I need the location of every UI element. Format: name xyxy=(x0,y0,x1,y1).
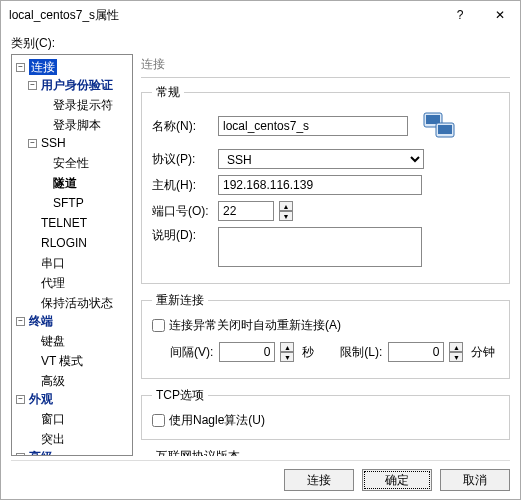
nagle-checkbox[interactable]: 使用Nagle算法(U) xyxy=(152,412,499,429)
tree-adv1[interactable]: 高级 xyxy=(26,373,67,389)
spin-down-icon[interactable]: ▼ xyxy=(449,352,463,362)
tree-sftp[interactable]: SFTP xyxy=(38,195,86,211)
tree-advanced[interactable]: −高级 xyxy=(14,449,55,456)
spin-up-icon[interactable]: ▲ xyxy=(279,201,293,211)
tree-serial[interactable]: 串口 xyxy=(26,255,67,271)
window-title: local_centos7_s属性 xyxy=(9,7,440,24)
limit-spinner[interactable]: ▲▼ xyxy=(449,342,463,362)
ipver-legend: 互联网协议版本 xyxy=(152,448,244,456)
interval-spinner[interactable]: ▲▼ xyxy=(280,342,294,362)
tcp-legend: TCP选项 xyxy=(152,387,208,404)
port-label: 端口号(O): xyxy=(152,203,212,220)
reconnect-group: 重新连接 连接异常关闭时自动重新连接(A) 间隔(V): ▲▼ 秒 限制(L):… xyxy=(141,292,510,379)
category-tree[interactable]: −连接 −用户身份验证 登录提示符 登录脚本 −SSH 安全性 隧道 xyxy=(11,54,133,456)
proto-label: 协议(P): xyxy=(152,151,212,168)
tree-window[interactable]: 窗口 xyxy=(26,411,67,427)
tree-tunnel[interactable]: 隧道 xyxy=(38,175,79,191)
spin-up-icon[interactable]: ▲ xyxy=(449,342,463,352)
collapse-icon[interactable]: − xyxy=(16,395,25,404)
category-label: 类别(C): xyxy=(11,35,510,52)
ipver-group: 互联网协议版本 自动 IPv4 IPv6 xyxy=(141,448,510,456)
port-spinner[interactable]: ▲▼ xyxy=(279,201,293,221)
tree-script[interactable]: 登录脚本 xyxy=(38,117,103,133)
panel-title: 连接 xyxy=(141,54,510,78)
interval-label: 间隔(V): xyxy=(170,344,213,361)
general-legend: 常规 xyxy=(152,84,184,101)
collapse-icon[interactable]: − xyxy=(28,139,37,148)
name-input[interactable] xyxy=(218,116,408,136)
limit-input[interactable] xyxy=(388,342,444,362)
tree-terminal[interactable]: −终端 xyxy=(14,313,55,329)
tree-appearance[interactable]: −外观 xyxy=(14,391,55,407)
tree-connection[interactable]: −连接 xyxy=(14,59,59,75)
auto-reconnect-checkbox[interactable]: 连接异常关闭时自动重新连接(A) xyxy=(152,317,499,334)
spin-down-icon[interactable]: ▼ xyxy=(280,352,294,362)
collapse-icon[interactable]: − xyxy=(16,63,25,72)
protocol-select[interactable]: SSH xyxy=(218,149,424,169)
tcp-group: TCP选项 使用Nagle算法(U) xyxy=(141,387,510,440)
collapse-icon[interactable]: − xyxy=(16,317,25,326)
titlebar: local_centos7_s属性 ? ✕ xyxy=(1,1,520,29)
collapse-icon[interactable]: − xyxy=(28,81,37,90)
spin-up-icon[interactable]: ▲ xyxy=(280,342,294,352)
limit-unit: 分钟 xyxy=(471,344,495,361)
port-input[interactable] xyxy=(218,201,274,221)
hosts-icon xyxy=(422,109,456,143)
interval-unit: 秒 xyxy=(302,344,314,361)
tree-telnet[interactable]: TELNET xyxy=(26,215,89,231)
tree-rlogin[interactable]: RLOGIN xyxy=(26,235,89,251)
tree-proxy[interactable]: 代理 xyxy=(26,275,67,291)
right-panel: 连接 常规 名称(N): 协议(P): SSH 主机(H): xyxy=(141,54,510,456)
ok-button[interactable]: 确定 xyxy=(362,469,432,491)
tree-auth[interactable]: −用户身份验证 xyxy=(26,77,115,93)
svg-rect-3 xyxy=(438,125,452,134)
close-button[interactable]: ✕ xyxy=(480,1,520,29)
description-input[interactable] xyxy=(218,227,422,267)
tree-ssh[interactable]: −SSH xyxy=(26,135,68,151)
limit-label: 限制(L): xyxy=(340,344,382,361)
general-group: 常规 名称(N): 协议(P): SSH 主机(H): xyxy=(141,84,510,284)
connect-button[interactable]: 连接 xyxy=(284,469,354,491)
tree-vt[interactable]: VT 模式 xyxy=(26,353,85,369)
reconnect-legend: 重新连接 xyxy=(152,292,208,309)
help-button[interactable]: ? xyxy=(440,1,480,29)
spin-down-icon[interactable]: ▼ xyxy=(279,211,293,221)
host-input[interactable] xyxy=(218,175,422,195)
dialog-footer: 连接 确定 取消 xyxy=(11,460,510,491)
host-label: 主机(H): xyxy=(152,177,212,194)
tree-keyboard[interactable]: 键盘 xyxy=(26,333,67,349)
name-label: 名称(N): xyxy=(152,118,212,135)
tree-keepalive[interactable]: 保持活动状态 xyxy=(26,295,115,311)
desc-label: 说明(D): xyxy=(152,227,212,244)
collapse-icon[interactable]: − xyxy=(16,453,25,457)
tree-security[interactable]: 安全性 xyxy=(38,155,91,171)
tree-highlight[interactable]: 突出 xyxy=(26,431,67,447)
dialog-content: 类别(C): −连接 −用户身份验证 登录提示符 登录脚本 −SSH 安 xyxy=(1,29,520,499)
tree-prompt[interactable]: 登录提示符 xyxy=(38,97,115,113)
cancel-button[interactable]: 取消 xyxy=(440,469,510,491)
interval-input[interactable] xyxy=(219,342,275,362)
